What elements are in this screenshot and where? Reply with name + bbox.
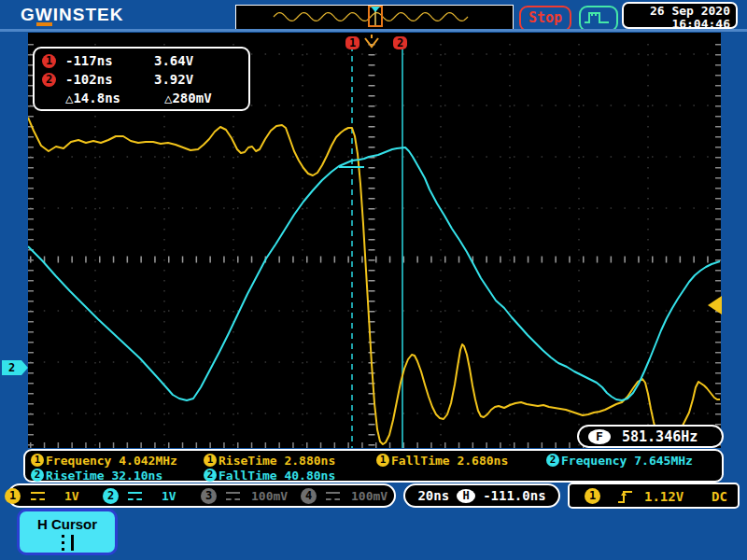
cursor-delta-readout: △14.8ns △280mV bbox=[42, 89, 241, 107]
ch1-scale: 1V bbox=[64, 489, 79, 503]
ch4-badge: 4 bbox=[301, 488, 317, 504]
waveform-preview-bar[interactable] bbox=[235, 5, 514, 30]
timebase-status[interactable]: 20ns H -111.0ns bbox=[403, 483, 560, 508]
cursor1-volt: 3.64V bbox=[154, 53, 193, 68]
ch1-badge: 1 bbox=[204, 454, 217, 467]
dc-coupling-icon bbox=[326, 492, 340, 500]
channel2-status[interactable]: 2 1V bbox=[103, 487, 176, 504]
header-bar: GWINSTEK Stop 26 Sep 2020 16:04:46 bbox=[0, 0, 747, 29]
ch1-badge: 1 bbox=[31, 454, 44, 467]
trigger-coupling: DC bbox=[712, 489, 727, 504]
meas-text: Frequency 4.042MHz bbox=[46, 454, 177, 468]
f-icon: F bbox=[588, 429, 611, 444]
freq-counter-value: 581.346Hz bbox=[622, 428, 698, 445]
trigger-status[interactable]: 1 1.12V DC bbox=[568, 483, 740, 509]
trigger-level-value: 1.12V bbox=[644, 489, 684, 504]
ch2-badge: 2 bbox=[103, 488, 119, 504]
waveform-preview-thumbnail bbox=[236, 6, 511, 27]
date-text: 26 Sep 2020 bbox=[624, 5, 730, 18]
cursor-readout-box: 1 -117ns 3.64V 2 -102ns 3.92V △14.8ns △2… bbox=[33, 47, 250, 111]
meas-ch1-falltime: 1 FallTime 2.680ns bbox=[376, 453, 508, 468]
dc-coupling-icon bbox=[128, 492, 142, 500]
cursor1-marker[interactable]: 1 bbox=[345, 36, 359, 49]
trigger-position-arrow-icon[interactable] bbox=[362, 35, 382, 49]
channel4-status[interactable]: 4 100mV bbox=[301, 487, 388, 504]
datetime-display: 26 Sep 2020 16:04:46 bbox=[622, 2, 738, 29]
trigger-source-badge: 1 bbox=[585, 488, 600, 504]
timebase-position: -111.0ns bbox=[483, 488, 545, 503]
cursor2-time: -102ns bbox=[65, 72, 154, 87]
channel3-status[interactable]: 3 100mV bbox=[201, 487, 288, 504]
ch2-badge: 2 bbox=[204, 469, 217, 482]
trace-ch2 bbox=[28, 147, 720, 400]
ch2-ground-marker[interactable]: 2 bbox=[2, 360, 21, 375]
cursor2-volt: 3.92V bbox=[154, 72, 193, 87]
channel-status-bar: 1 1V 2 1V 3 100mV 4 100mV bbox=[7, 483, 396, 508]
cursor1-readout: 1 -117ns 3.64V bbox=[42, 51, 241, 70]
cursor-delta-time: △14.8ns bbox=[42, 91, 148, 105]
freq-counter-badge: F 581.346Hz bbox=[577, 425, 724, 448]
cursor2-marker[interactable]: 2 bbox=[393, 36, 407, 49]
cursor2-badge: 2 bbox=[42, 73, 56, 87]
ch3-badge: 3 bbox=[201, 488, 217, 504]
h-cursor-icon bbox=[53, 535, 81, 551]
trace-ch1 bbox=[28, 118, 720, 445]
meas-text: FallTime 2.680ns bbox=[391, 454, 508, 468]
pulse-icon bbox=[581, 7, 613, 26]
meas-ch1-frequency: 1 Frequency 4.042MHz bbox=[31, 453, 177, 468]
ch4-scale: 100mV bbox=[351, 489, 388, 503]
cursor1-time: -117ns bbox=[65, 53, 154, 68]
meas-ch2-frequency: 2 Frequency 7.645MHz bbox=[546, 453, 693, 468]
oscilloscope-screen: GWINSTEK Stop 26 Sep 2020 16:04:46 1 2 bbox=[0, 0, 747, 560]
ch1-badge: 1 bbox=[5, 488, 21, 504]
run-stop-indicator[interactable]: Stop bbox=[519, 6, 571, 32]
meas-ch1-risetime: 1 RiseTime 2.880ns bbox=[204, 453, 335, 468]
cursor-delta-volt: △280mV bbox=[148, 91, 212, 105]
timebase-scale: 20ns bbox=[417, 488, 449, 503]
cursor2-readout: 2 -102ns 3.92V bbox=[42, 70, 241, 89]
meas-ch2-risetime: 2 RiseTime 32.10ns bbox=[31, 468, 162, 483]
h-cursor-button[interactable]: H Cursor bbox=[17, 509, 118, 555]
dc-coupling-icon bbox=[226, 492, 240, 500]
header-separator bbox=[0, 29, 747, 32]
measurement-panel: 1 Frequency 4.042MHz 1 RiseTime 2.880ns … bbox=[23, 449, 724, 483]
ch2-scale: 1V bbox=[162, 489, 176, 503]
meas-text: RiseTime 32.10ns bbox=[46, 469, 162, 483]
dc-coupling-icon bbox=[31, 492, 45, 500]
cursor1-badge: 1 bbox=[42, 54, 56, 68]
h-cursor-label: H Cursor bbox=[20, 516, 115, 532]
meas-text: RiseTime 2.880ns bbox=[218, 454, 335, 468]
meas-ch2-falltime: 2 FallTime 40.80ns bbox=[204, 468, 335, 483]
ch3-scale: 100mV bbox=[251, 489, 288, 503]
rising-edge-icon bbox=[616, 487, 635, 506]
ch2-badge: 2 bbox=[31, 469, 44, 482]
meas-text: FallTime 40.80ns bbox=[218, 469, 335, 483]
channel1-status[interactable]: 1 1V bbox=[5, 487, 79, 504]
brand-logo-accent bbox=[36, 22, 52, 26]
meas-text: Frequency 7.645MHz bbox=[561, 454, 693, 468]
trigger-mode-button[interactable] bbox=[579, 6, 618, 32]
h-position-icon: H bbox=[457, 489, 475, 503]
trigger-level-marker-icon[interactable] bbox=[708, 296, 722, 315]
ch2-badge: 2 bbox=[546, 454, 559, 467]
ch1-badge: 1 bbox=[376, 454, 389, 467]
